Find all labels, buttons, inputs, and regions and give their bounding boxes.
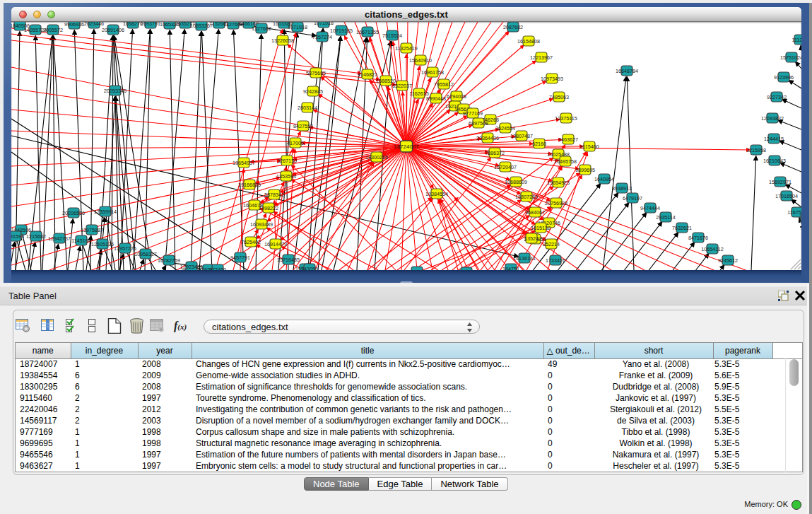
svg-text:9457791: 9457791 xyxy=(230,255,250,261)
svg-text:17016504: 17016504 xyxy=(775,193,798,199)
svg-text:1071918: 1071918 xyxy=(288,24,307,30)
svg-text:417006: 417006 xyxy=(287,140,304,146)
svg-text:1353594: 1353594 xyxy=(276,173,296,180)
svg-text:16495758: 16495758 xyxy=(554,158,577,165)
svg-text:2087682: 2087682 xyxy=(503,24,523,30)
svg-text:19654923: 19654923 xyxy=(547,180,570,186)
svg-text:9906936: 9906936 xyxy=(64,22,84,28)
svg-text:8938913: 8938913 xyxy=(612,185,632,192)
svg-text:9115460: 9115460 xyxy=(579,144,599,150)
svg-text:6794028: 6794028 xyxy=(447,93,466,100)
svg-text:15720407: 15720407 xyxy=(494,164,517,170)
svg-text:13524: 13524 xyxy=(524,235,539,242)
svg-text:9123996: 9123996 xyxy=(774,74,794,81)
svg-text:3267130: 3267130 xyxy=(277,158,297,164)
svg-text:1327602: 1327602 xyxy=(252,25,271,32)
svg-text:12375115: 12375115 xyxy=(555,115,577,122)
svg-text:9684067: 9684067 xyxy=(525,209,545,216)
svg-text:1498222: 1498222 xyxy=(259,205,278,211)
svg-text:16671355: 16671355 xyxy=(356,29,379,35)
svg-text:9227342: 9227342 xyxy=(767,94,787,100)
svg-text:20364436: 20364436 xyxy=(476,135,499,141)
svg-text:12942737: 12942737 xyxy=(48,235,71,242)
svg-text:9463627: 9463627 xyxy=(558,136,578,143)
svg-text:16961758: 16961758 xyxy=(421,69,444,76)
svg-text:5875685: 5875685 xyxy=(306,70,326,76)
svg-text:17957275: 17957275 xyxy=(114,245,136,252)
svg-text:10654112: 10654112 xyxy=(701,246,723,252)
svg-text:20691406: 20691406 xyxy=(102,27,124,33)
svg-text:1615132: 1615132 xyxy=(531,225,551,231)
svg-text:19654937: 19654937 xyxy=(233,160,255,166)
svg-text:16210643: 16210643 xyxy=(763,158,786,164)
svg-text:111246: 111246 xyxy=(792,37,801,43)
svg-text:15716485: 15716485 xyxy=(277,257,300,263)
svg-text:10973493: 10973493 xyxy=(541,76,563,82)
svg-text:7955812: 7955812 xyxy=(434,81,454,88)
svg-text:8427552: 8427552 xyxy=(293,123,313,129)
svg-text:2023446: 2023446 xyxy=(84,22,104,27)
svg-text:9899695: 9899695 xyxy=(575,167,595,173)
svg-text:7485063: 7485063 xyxy=(549,94,569,100)
svg-text:1145194: 1145194 xyxy=(71,238,90,244)
svg-text:16648784: 16648784 xyxy=(616,68,638,74)
svg-text:18724007: 18724007 xyxy=(394,144,419,150)
svg-text:11325419: 11325419 xyxy=(395,45,417,52)
svg-text:10958117: 10958117 xyxy=(134,251,156,257)
svg-text:9777169: 9777169 xyxy=(463,110,483,117)
svg-text:1640954: 1640954 xyxy=(594,176,614,182)
svg-text:1071918: 1071918 xyxy=(314,22,334,26)
svg-text:7357274: 7357274 xyxy=(312,34,332,40)
svg-text:16093489: 16093489 xyxy=(250,221,273,228)
svg-text:3215958: 3215958 xyxy=(746,147,766,153)
svg-text:7886372: 7886372 xyxy=(485,150,505,156)
svg-text:9242845: 9242845 xyxy=(303,88,323,95)
svg-text:1733426: 1733426 xyxy=(546,257,565,264)
svg-text:15751024: 15751024 xyxy=(780,54,801,61)
svg-text:2693791: 2693791 xyxy=(141,22,160,27)
svg-text:9146821: 9146821 xyxy=(358,71,377,78)
svg-text:2803144: 2803144 xyxy=(298,105,317,111)
svg-text:6897508: 6897508 xyxy=(469,120,488,127)
svg-text:9245612: 9245612 xyxy=(718,257,738,264)
svg-text:62160: 62160 xyxy=(532,141,546,147)
svg-text:10807487: 10807487 xyxy=(510,133,533,139)
svg-text:15640910: 15640910 xyxy=(409,57,432,64)
svg-text:5878342: 5878342 xyxy=(264,192,284,198)
svg-text:8322037: 8322037 xyxy=(392,83,412,89)
svg-text:9474444: 9474444 xyxy=(640,205,660,211)
svg-text:1215682: 1215682 xyxy=(26,233,46,240)
svg-text:3624554: 3624554 xyxy=(495,125,515,132)
svg-text:15692971: 15692971 xyxy=(769,179,792,185)
svg-text:18807289: 18807289 xyxy=(515,194,538,200)
svg-text:8990448: 8990448 xyxy=(426,95,446,102)
svg-text:2935114: 2935114 xyxy=(656,214,675,221)
svg-text:16914479: 16914479 xyxy=(264,241,287,247)
svg-text:18300295: 18300295 xyxy=(365,154,388,160)
svg-text:1167534: 1167534 xyxy=(787,209,801,216)
svg-text:13226058: 13226058 xyxy=(271,37,294,44)
svg-text:14136141: 14136141 xyxy=(513,255,536,262)
svg-text:7625402: 7625402 xyxy=(241,239,261,245)
svg-text:20206556: 20206556 xyxy=(62,210,85,216)
svg-text:252214: 252214 xyxy=(543,241,560,247)
svg-text:12505135: 12505135 xyxy=(91,241,114,247)
svg-text:20756928: 20756928 xyxy=(545,200,567,206)
svg-text:19166825: 19166825 xyxy=(238,182,261,188)
svg-text:391590: 391590 xyxy=(11,233,24,240)
svg-text:6479197: 6479197 xyxy=(623,195,642,201)
svg-text:1244415: 1244415 xyxy=(764,136,784,142)
svg-text:13975887: 13975887 xyxy=(81,227,103,233)
svg-text:10719185: 10719185 xyxy=(330,28,353,34)
svg-text:2005572: 2005572 xyxy=(43,27,63,33)
svg-text:7515524: 7515524 xyxy=(382,33,402,39)
svg-text:12213967: 12213967 xyxy=(530,54,553,61)
svg-text:19384554: 19384554 xyxy=(425,191,448,197)
svg-text:7632621: 7632621 xyxy=(672,225,692,231)
svg-text:8471676: 8471676 xyxy=(688,235,708,241)
svg-text:16154808: 16154808 xyxy=(517,38,540,45)
svg-text:10688609: 10688609 xyxy=(505,179,527,185)
svg-text:17359914: 17359914 xyxy=(94,209,117,215)
svg-text:1058276: 1058276 xyxy=(123,22,143,27)
svg-text:116753: 116753 xyxy=(798,216,801,222)
